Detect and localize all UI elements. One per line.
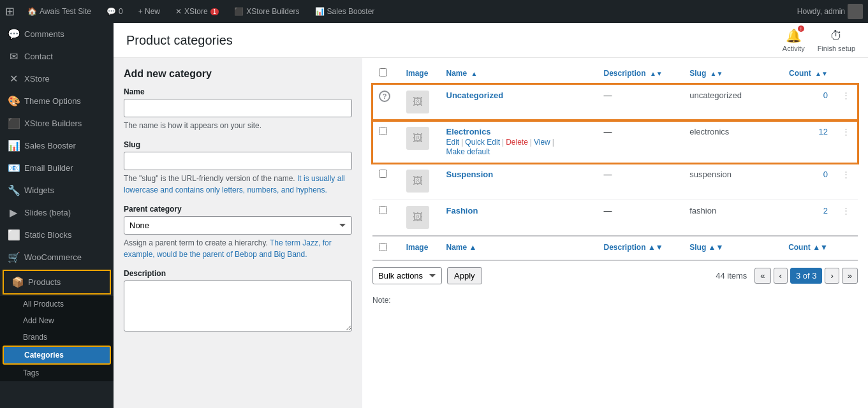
name-sort-arrow: ▲ (471, 70, 478, 77)
parent-label: Parent category (124, 205, 352, 214)
row-desc-cell: — (598, 120, 684, 163)
topbar-builders[interactable]: ⬛ XStore Builders (229, 7, 304, 16)
make-default-action[interactable]: Make default (446, 147, 490, 156)
row-checkbox[interactable] (379, 170, 387, 178)
bottom-select-all-checkbox[interactable] (379, 243, 387, 251)
submenu-tags[interactable]: Tags (0, 365, 114, 381)
apply-button[interactable]: Apply (447, 267, 482, 284)
sidebar-item-widgets[interactable]: 🔧 Widgets (0, 179, 114, 201)
topbar-new[interactable]: + New (133, 7, 165, 16)
th-count-bottom[interactable]: Count ▲▼ (776, 236, 834, 260)
parent-field-group: Parent category None Assign a parent ter… (124, 205, 352, 260)
row-slug-cell: fashion (683, 200, 776, 237)
select-all-checkbox[interactable] (379, 68, 387, 76)
row-menu-cell[interactable]: ⋮ (834, 200, 858, 237)
sidebar-item-xstore[interactable]: ✕ XStore (0, 68, 114, 90)
row-name-cell: Fashion (440, 200, 598, 237)
description-textarea[interactable] (124, 280, 352, 332)
th-slug-bottom[interactable]: Slug ▲▼ (683, 236, 776, 260)
th-name[interactable]: Name ▲ (440, 63, 598, 84)
name-label: Name (124, 87, 352, 96)
current-page-button[interactable]: 3 of 3 (790, 268, 823, 284)
desc-sort-arrow: ▲▼ (650, 70, 663, 77)
admin-avatar[interactable] (848, 4, 863, 19)
xstore-icon: ✕ (8, 73, 19, 85)
view-action[interactable]: View (534, 138, 550, 147)
th-description[interactable]: Description ▲▼ (598, 63, 684, 84)
pagination-group: 44 items « ‹ 3 of 3 › » (716, 268, 858, 284)
finish-setup-button[interactable]: ⏱ Finish setup (818, 29, 855, 52)
sidebar-item-theme-options[interactable]: 🎨 Theme Options (0, 90, 114, 112)
row-count-cell: 12 (776, 120, 834, 163)
name-field-group: Name The name is how it appears on your … (124, 87, 352, 131)
content-topbar: Product categories 🔔! Activity ⏱ Finish … (114, 23, 868, 58)
th-desc-bottom[interactable]: Description ▲▼ (598, 236, 684, 260)
slug-sort-arrow: ▲▼ (710, 70, 723, 77)
widgets-icon: 🔧 (8, 184, 19, 196)
th-count[interactable]: Count ▲▼ (776, 63, 834, 84)
sidebar-item-sales-booster[interactable]: 📊 Sales Booster (0, 135, 114, 157)
slug-input[interactable] (124, 152, 352, 170)
topbar-booster[interactable]: 📊 Sales Booster (310, 7, 380, 16)
category-name[interactable]: Fashion (446, 206, 478, 215)
topbar: ⊞ 🏠 Awais Test Site 💬 0 + New ✕ XStore 1… (0, 0, 868, 23)
category-name[interactable]: Suspension (446, 170, 494, 179)
row-desc-cell: — (598, 200, 684, 237)
topbar-site[interactable]: 🏠 Awais Test Site (22, 7, 96, 16)
row-image-cell: 🖼 (400, 84, 440, 120)
prev-page-button[interactable]: ‹ (774, 268, 788, 284)
row-menu-cell[interactable]: ⋮ (834, 84, 858, 120)
sidebar-item-comments[interactable]: 💬 Comments (0, 23, 114, 45)
sidebar-item-contact[interactable]: ✉ Contact (0, 45, 114, 68)
row-name-cell: Uncategorized (440, 84, 598, 120)
category-actions: Edit | Quick Edit | Delete | View | M (446, 138, 591, 156)
content-area: Product categories 🔔! Activity ⏱ Finish … (114, 23, 868, 408)
submenu-add-new[interactable]: Add New (0, 312, 114, 329)
last-page-button[interactable]: » (842, 268, 858, 284)
comment-icon: 💬 (107, 7, 116, 16)
row-checkbox-cell (372, 163, 400, 200)
sidebar-item-slides[interactable]: ▶ Slides (beta) (0, 201, 114, 224)
bulk-actions-select[interactable]: Bulk actions (372, 267, 442, 284)
xstore-icon: ✕ (175, 7, 182, 16)
submenu-categories[interactable]: Categories (3, 346, 111, 365)
edit-action[interactable]: Edit (446, 138, 460, 147)
table-row: 🖼 Fashion — fashion (372, 200, 858, 237)
submenu-brands[interactable]: Brands (0, 329, 114, 346)
sidebar-item-products[interactable]: 📦 Products (3, 270, 111, 295)
email-builder-icon: 📧 (8, 162, 19, 174)
name-input[interactable] (124, 99, 352, 117)
topbar-comments[interactable]: 💬 0 (101, 7, 128, 16)
category-name[interactable]: Uncategorized (446, 91, 504, 100)
question-icon[interactable]: ? (379, 91, 390, 102)
xstore-builders-icon: ⬛ (8, 117, 19, 129)
sidebar-item-woocommerce[interactable]: 🛒 WooCommerce (0, 246, 114, 268)
topbar-right: Howdy, admin (797, 4, 863, 19)
category-thumbnail: 🖼 (406, 170, 429, 193)
category-name[interactable]: Electronics (446, 127, 491, 136)
topbar-xstore[interactable]: ✕ XStore 1 (170, 7, 224, 16)
sidebar-item-static-blocks[interactable]: ⬜ Static Blocks (0, 224, 114, 246)
row-menu-cell[interactable]: ⋮ (834, 163, 858, 200)
sidebar-item-xstore-builders[interactable]: ⬛ XStore Builders (0, 112, 114, 135)
row-count-cell: 2 (776, 200, 834, 237)
next-page-button[interactable]: › (825, 268, 839, 284)
categories-table: Image Name ▲ Description ▲▼ Sl (372, 63, 858, 260)
parent-select[interactable]: None (124, 216, 352, 235)
submenu-all-products[interactable]: All Products (0, 296, 114, 312)
builders-icon: ⬛ (234, 7, 244, 16)
table-row: 🖼 Electronics Edit | Quick Edit | (372, 120, 858, 163)
activity-button[interactable]: 🔔! Activity (783, 28, 805, 52)
wp-logo[interactable]: ⊞ (5, 4, 15, 18)
row-checkbox[interactable] (379, 206, 387, 214)
activity-icon: 🔔! (786, 28, 802, 43)
row-checkbox[interactable] (379, 127, 387, 135)
quick-edit-action[interactable]: Quick Edit (465, 138, 500, 147)
booster-icon: 📊 (315, 7, 325, 16)
sidebar-item-email-builder[interactable]: 📧 Email Builder (0, 157, 114, 179)
first-page-button[interactable]: « (754, 268, 770, 284)
delete-action[interactable]: Delete (506, 138, 528, 147)
th-name-bottom[interactable]: Name ▲ (440, 236, 598, 260)
th-slug[interactable]: Slug ▲▼ (683, 63, 776, 84)
row-menu-cell[interactable]: ⋮ (834, 120, 858, 163)
